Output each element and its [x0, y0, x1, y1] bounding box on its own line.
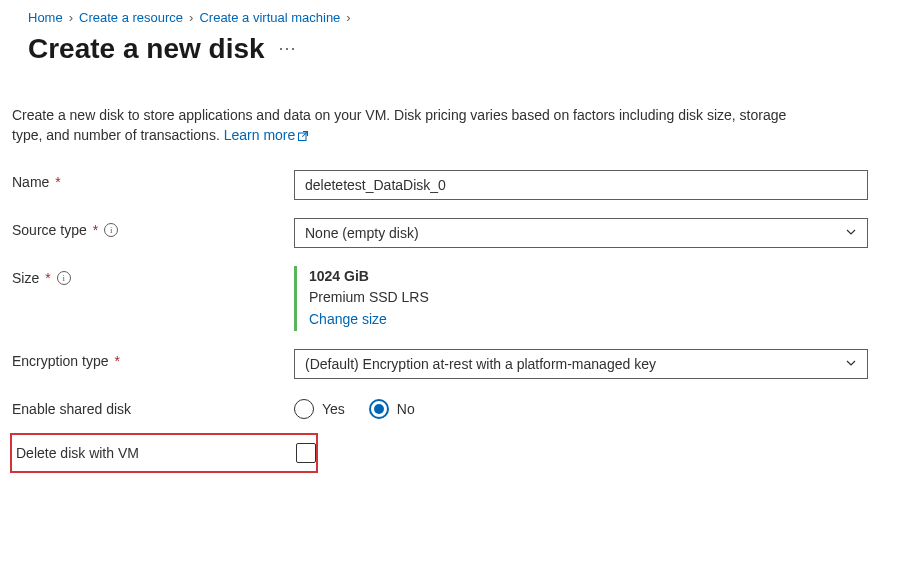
delete-disk-with-vm-checkbox[interactable] [296, 443, 316, 463]
intro-body: Create a new disk to store applications … [12, 107, 786, 143]
chevron-right-icon: › [69, 10, 73, 25]
external-link-icon [297, 127, 309, 147]
enable-shared-disk-label: Enable shared disk [12, 397, 294, 417]
encryption-type-value: (Default) Encryption at-rest with a plat… [305, 356, 656, 372]
source-type-label: Source type * i [12, 218, 294, 238]
intro-text: Create a new disk to store applications … [10, 105, 790, 148]
encryption-type-row: Encryption type * (Default) Encryption a… [10, 349, 914, 379]
required-marker: * [93, 222, 98, 238]
name-input[interactable] [294, 170, 868, 200]
breadcrumb-create-resource[interactable]: Create a resource [79, 10, 183, 25]
name-label: Name * [12, 170, 294, 190]
radio-yes-label: Yes [322, 401, 345, 417]
enable-shared-disk-row: Enable shared disk Yes No [10, 397, 914, 419]
required-marker: * [55, 174, 60, 190]
size-value: 1024 GiB [309, 266, 868, 288]
radio-no-label: No [397, 401, 415, 417]
radio-unchecked-icon [294, 399, 314, 419]
chevron-down-icon [845, 225, 857, 241]
info-icon[interactable]: i [57, 271, 71, 285]
page-title-row: Create a new disk ··· [10, 33, 914, 65]
chevron-down-icon [845, 356, 857, 372]
page-title: Create a new disk [28, 33, 265, 65]
chevron-right-icon: › [189, 10, 193, 25]
size-row: Size * i 1024 GiB Premium SSD LRS Change… [10, 266, 914, 331]
encryption-type-select[interactable]: (Default) Encryption at-rest with a plat… [294, 349, 868, 379]
info-icon[interactable]: i [104, 223, 118, 237]
enable-shared-disk-radio-group: Yes No [294, 397, 868, 419]
source-type-select[interactable]: None (empty disk) [294, 218, 868, 248]
change-size-link[interactable]: Change size [309, 311, 387, 327]
required-marker: * [45, 270, 50, 286]
more-options-button[interactable]: ··· [279, 38, 297, 61]
enable-shared-disk-yes[interactable]: Yes [294, 399, 345, 419]
size-type: Premium SSD LRS [309, 287, 868, 309]
breadcrumb-create-vm[interactable]: Create a virtual machine [199, 10, 340, 25]
source-type-row: Source type * i None (empty disk) [10, 218, 914, 248]
required-marker: * [115, 353, 120, 369]
delete-disk-with-vm-row: Delete disk with VM [10, 433, 318, 473]
encryption-type-label: Encryption type * [12, 349, 294, 369]
name-row: Name * [10, 170, 914, 200]
breadcrumb-home[interactable]: Home [28, 10, 63, 25]
chevron-right-icon: › [346, 10, 350, 25]
radio-checked-icon [369, 399, 389, 419]
enable-shared-disk-no[interactable]: No [369, 399, 415, 419]
size-block: 1024 GiB Premium SSD LRS Change size [294, 266, 868, 331]
learn-more-link[interactable]: Learn more [224, 127, 310, 143]
delete-disk-with-vm-label: Delete disk with VM [14, 445, 296, 461]
size-label: Size * i [12, 266, 294, 286]
breadcrumb: Home › Create a resource › Create a virt… [10, 10, 914, 25]
source-type-value: None (empty disk) [305, 225, 419, 241]
